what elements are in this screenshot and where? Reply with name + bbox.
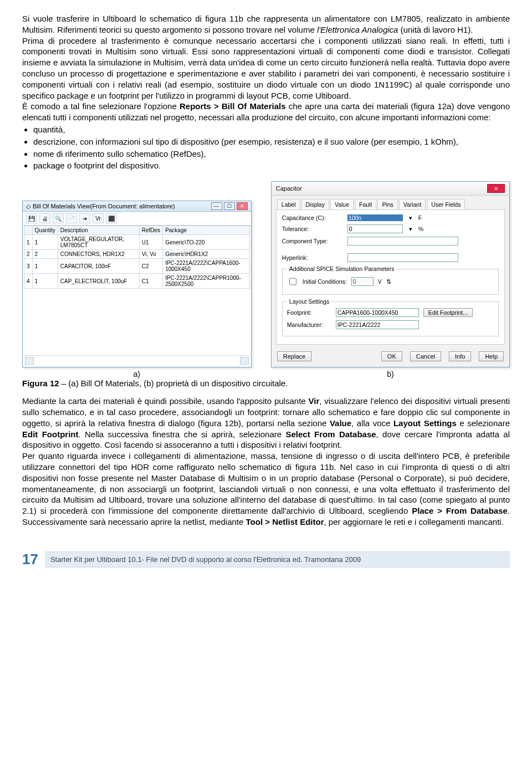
component-type-label: Component Type: [282, 238, 343, 244]
capacitance-label: Capacitance (C): [282, 214, 343, 221]
text: , per aggiornare le reti e i collegament… [324, 517, 504, 526]
capacitance-input[interactable]: 100n [347, 214, 403, 221]
manufacturer-label: Manufacturer: [287, 321, 331, 328]
close-button[interactable]: ✕ [487, 184, 505, 193]
ok-button[interactable]: OK [381, 351, 402, 361]
footprint-input[interactable] [336, 308, 419, 317]
capacitor-dialog: Capacitor ✕ Label Display Value Fault Pi… [271, 181, 510, 367]
paragraph-5: Per quanto riguarda invece i collegament… [22, 451, 510, 528]
cell: Generic\HDR1X2 [163, 250, 249, 259]
close-button[interactable]: ✕ [237, 202, 248, 210]
layout-fieldset: Layout Settings Footprint: Edit Footprin… [282, 298, 499, 336]
list-item: nome di riferimento sullo schematico (Re… [33, 149, 510, 160]
cell: VOLTAGE_REGULATOR, LM7805CT [58, 235, 139, 250]
paragraph-1: Si vuole trasferire in Ultiboard lo sche… [22, 13, 510, 35]
tab-variant[interactable]: Variant [399, 199, 426, 209]
tab-display[interactable]: Display [301, 199, 329, 209]
list-item: quantità, [33, 124, 510, 135]
maximize-button[interactable]: ☐ [224, 202, 235, 210]
text: ed. Tramontana 2009 [290, 555, 361, 564]
cell: 1 [32, 235, 58, 250]
figure-a: ◇ Bill Of Materials View(From Document: … [22, 201, 252, 367]
empty-area [24, 289, 250, 355]
tab-pins[interactable]: Pins [377, 199, 397, 209]
hyperlink-label: Hyperlink: [282, 254, 343, 261]
list-item: package o footprint del dispositivo. [33, 160, 510, 171]
component-icon[interactable]: ⬛ [106, 213, 117, 223]
cell: Generic\TO-220 [163, 235, 249, 250]
component-type-input[interactable] [347, 237, 458, 246]
cell: 3 [24, 259, 33, 274]
table-row[interactable]: 1 1 VOLTAGE_REGULATOR, LM7805CT U1 Gener… [24, 235, 250, 250]
tolerance-input[interactable] [347, 224, 403, 233]
caption-a: a) [22, 370, 252, 379]
manufacturer-input[interactable] [336, 320, 419, 329]
spice-fieldset: Additional SPICE Simulation Parameters I… [282, 265, 499, 295]
dialog-buttons: Replace OK Cancel Info Help [272, 349, 509, 367]
text-bold: Tool > Netlist Editor [246, 517, 324, 526]
cell: CAP_ELECTROLIT, 100uF [58, 274, 139, 289]
capacitance-unit: F [418, 214, 422, 221]
cell: C1 [139, 274, 162, 289]
horizontal-scrollbar[interactable] [24, 355, 250, 366]
info-button[interactable]: Info [449, 351, 471, 361]
tolerance-unit: % [418, 226, 423, 232]
window-titlebar: ◇ Bill Of Materials View(From Document: … [23, 201, 251, 212]
vir-button[interactable]: Vr [93, 213, 104, 223]
cancel-button[interactable]: Cancel [410, 351, 441, 361]
cell: CONNECTORS, HDR1X2 [58, 250, 139, 259]
text: e selezionare [457, 418, 510, 428]
page-footer: 17 Starter Kit per Ultiboard 10.1- File … [22, 551, 510, 568]
initial-conditions-checkbox[interactable] [289, 277, 296, 286]
cell: IPC-2221A/2222\CAPPA1600-1000X450 [163, 259, 249, 274]
export-icon[interactable]: 📄 [66, 213, 77, 223]
col-refdes[interactable]: RefDes [139, 226, 162, 235]
scroll-left-icon[interactable] [25, 357, 34, 365]
bom-window: ◇ Bill Of Materials View(From Document: … [22, 201, 252, 367]
figure-caption: Figura 12 – (a) Bill Of Materials, (b) p… [22, 379, 510, 388]
text: l'Elettronica [253, 555, 290, 564]
paragraph-4: Mediante la carta dei materiali è quindi… [22, 396, 510, 451]
help-button[interactable]: Help [479, 351, 504, 361]
table-row[interactable]: 2 2 CONNECTORS, HDR1X2 Vi, Vo Generic\HD… [24, 250, 250, 259]
text: . Nella successiva finestra che si aprir… [79, 429, 286, 439]
cell: IPC-2221A/2222\CAPPR1000-2500X2500 [163, 274, 249, 289]
col-index[interactable] [24, 226, 33, 235]
bullet-list: quantità, descrizione, con informazioni … [22, 124, 510, 171]
tab-label[interactable]: Label [277, 199, 300, 209]
col-quantity[interactable]: Quantity [32, 226, 58, 235]
stepper-icon[interactable]: ⇅ [386, 278, 391, 285]
preview-icon[interactable]: 🔍 [53, 213, 64, 223]
dialog-titlebar: Capacitor ✕ [272, 182, 509, 196]
replace-button[interactable]: Replace [277, 351, 311, 361]
hyperlink-input[interactable] [347, 253, 458, 262]
initial-conditions-unit: V [378, 278, 382, 285]
tab-userfields[interactable]: User Fields [427, 199, 465, 209]
tab-strip: Label Display Value Fault Pins Variant U… [272, 196, 509, 209]
text: Starter Kit per Ultiboard 10.1- File nel… [50, 555, 253, 564]
cell: C2 [139, 259, 162, 274]
col-description[interactable]: Description [58, 226, 139, 235]
text-bold: Select From Database [285, 429, 376, 439]
caption-b: b) [271, 370, 510, 379]
text-bold: Reports > Bill Of Materials [180, 101, 286, 111]
col-package[interactable]: Package [163, 226, 249, 235]
paragraph-2: Prima di procedere al trasferimento è co… [22, 35, 510, 101]
minimize-button[interactable]: — [211, 202, 222, 210]
text: È comodo a tal fine selezionare l'opzion… [22, 101, 180, 111]
tab-value[interactable]: Value [330, 199, 354, 209]
tab-fault[interactable]: Fault [355, 199, 376, 209]
save-icon[interactable]: 💾 [26, 213, 37, 223]
edit-footprint-button[interactable]: Edit Footprint... [423, 308, 473, 317]
text: (unità di lavoro H1). [398, 25, 473, 34]
layout-legend: Layout Settings [287, 298, 331, 305]
figure-b: Capacitor ✕ Label Display Value Fault Pi… [271, 181, 510, 367]
initial-conditions-label: Initial Conditions: [303, 278, 347, 285]
table-row[interactable]: 3 1 CAPACITOR, 100nF C2 IPC-2221A/2222\C… [24, 259, 250, 274]
footer-bar: Starter Kit per Ultiboard 10.1- File nel… [45, 551, 510, 567]
scroll-right-icon[interactable] [240, 357, 249, 365]
cell: 1 [32, 259, 58, 274]
table-row[interactable]: 4 1 CAP_ELECTROLIT, 100uF C1 IPC-2221A/2… [24, 274, 250, 289]
arrow-icon[interactable]: ➔ [79, 213, 90, 223]
print-icon[interactable]: 🖨 [39, 213, 50, 223]
